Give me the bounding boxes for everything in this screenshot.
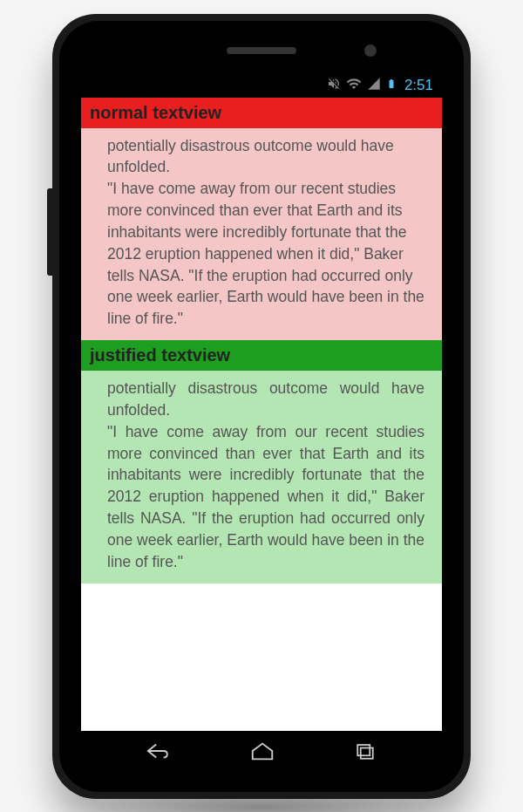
normal-textview-header: normal textview [81, 98, 442, 128]
phone-inner: 2:51 normal textview potentially disastr… [59, 21, 464, 792]
phone-side-button [47, 188, 52, 276]
signal-icon [367, 77, 381, 93]
status-clock: 2:51 [404, 77, 433, 94]
battery-icon [386, 76, 397, 94]
mute-icon [327, 77, 341, 94]
app-content: normal textview potentially disastrous o… [81, 98, 442, 731]
phone-camera [364, 44, 377, 57]
justified-textview-body[interactable]: potentially disastrous outcome would hav… [81, 371, 442, 583]
justified-textview-header: justified textview [81, 340, 442, 371]
status-bar: 2:51 [81, 73, 442, 98]
svg-rect-1 [360, 747, 372, 758]
phone-shadow [87, 790, 436, 813]
navigation-bar [81, 731, 442, 776]
phone-screen: 2:51 normal textview potentially disastr… [81, 73, 442, 731]
home-button[interactable] [249, 740, 275, 767]
phone-frame: 2:51 normal textview potentially disastr… [52, 14, 471, 799]
wifi-icon [346, 76, 362, 94]
recent-apps-button[interactable] [353, 740, 377, 767]
phone-speaker [227, 47, 296, 54]
svg-rect-0 [357, 745, 370, 755]
back-button[interactable] [146, 740, 172, 767]
normal-textview-body[interactable]: potentially disastrous outcome would hav… [81, 128, 442, 341]
